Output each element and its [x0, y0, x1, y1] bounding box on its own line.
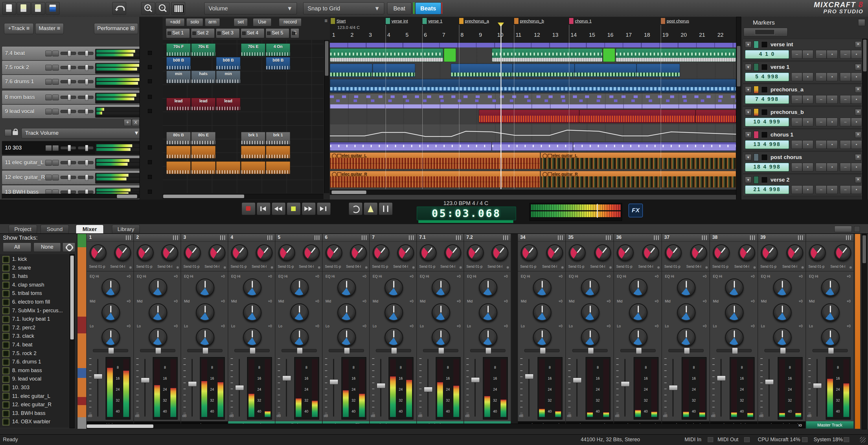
audio-clip[interactable] [579, 109, 695, 123]
volume-slider[interactable] [60, 66, 76, 69]
clip-cell[interactable] [241, 146, 265, 158]
set-button[interactable]: Set 4 [241, 28, 265, 38]
clip-cell[interactable]: b08 B [216, 57, 241, 70]
eq-icon[interactable] [503, 235, 508, 240]
performance-vscrollbar[interactable] [324, 40, 330, 193]
eq-eqhi-knob[interactable] [196, 279, 214, 297]
clip-cell[interactable] [266, 146, 290, 158]
perf-add-button[interactable]: +add [165, 18, 185, 26]
pan-handle[interactable] [684, 348, 690, 354]
eq-lo-knob[interactable] [533, 328, 552, 347]
track-row[interactable]: 12 elec guitar_R [2, 170, 140, 185]
fader-handle[interactable] [525, 374, 533, 379]
marker-option-button[interactable]: ▪ [851, 185, 862, 194]
eq-icon[interactable] [654, 235, 659, 240]
pan-slider[interactable] [329, 349, 364, 352]
fader-track[interactable] [769, 359, 770, 417]
open-project-button[interactable] [17, 2, 31, 15]
track-checkbox[interactable] [2, 264, 9, 272]
marker-option-button[interactable]: – [816, 50, 827, 59]
pan-slider[interactable] [78, 80, 93, 83]
track-indicator-square[interactable] [148, 160, 152, 164]
ruler-marker-flag[interactable]: post chorus [660, 18, 689, 25]
solo-button[interactable] [52, 65, 59, 70]
ruler-marker-flag[interactable]: verse 1 [422, 18, 442, 25]
zoom-out-button[interactable]: - [156, 2, 169, 15]
clip-cell[interactable]: lead [216, 98, 241, 110]
clip-matrix[interactable]: 70s F70s E70s E4 Onb08 Bb08 Bb08 Bminhat… [163, 40, 323, 193]
eq-eqhi-knob[interactable] [479, 279, 497, 297]
track-checkbox[interactable] [2, 401, 9, 409]
marker-delete-button[interactable]: ✕ [855, 132, 861, 138]
send-more-dot[interactable] [271, 266, 273, 268]
marker-row[interactable]: ▼verse int✕4 1 0–▪–▪–▪ [742, 39, 864, 61]
send1-knob[interactable] [231, 244, 248, 261]
mute-button[interactable] [45, 109, 52, 115]
fader-handle[interactable] [621, 381, 629, 387]
track-checkbox[interactable] [2, 384, 9, 391]
send1-knob[interactable] [617, 244, 633, 261]
track-row[interactable]: 7.4 beat [2, 46, 140, 60]
marker-option-button[interactable]: ▪ [802, 163, 813, 171]
eq-lo-knob[interactable] [677, 328, 695, 347]
volume-slider[interactable] [60, 80, 76, 83]
marker-row[interactable]: ▼verse 2✕21 4 998–▪–▪–▪ [742, 174, 864, 196]
fader-handle[interactable] [424, 387, 433, 392]
fader-track[interactable] [474, 359, 476, 417]
eq-icon[interactable] [456, 235, 461, 240]
pan-slider-handle[interactable] [85, 64, 88, 71]
stop-button[interactable] [287, 202, 301, 215]
clip-cell[interactable]: lead [191, 98, 216, 110]
volume-slider[interactable] [60, 96, 76, 99]
pan-slider-handle[interactable] [85, 94, 88, 101]
forward-button[interactable] [302, 202, 316, 215]
eq-mid-knob[interactable] [101, 303, 120, 322]
send1-knob[interactable] [420, 244, 437, 261]
show-tracks-item[interactable]: 7.6. drums 1 [2, 358, 41, 367]
track-indicator-square[interactable] [148, 190, 152, 194]
solo-button[interactable] [52, 51, 59, 56]
eq-lo-knob[interactable] [629, 328, 648, 347]
show-tracks-item[interactable]: 7. SubMix 1- percus... [2, 307, 63, 315]
eq-mid-knob[interactable] [533, 303, 552, 322]
marker-option-button[interactable]: – [816, 72, 827, 81]
pan-slider[interactable] [78, 110, 93, 113]
marker-checkbox[interactable] [761, 87, 768, 93]
track-indicator-square[interactable] [148, 79, 152, 83]
marker-option-button[interactable]: – [816, 118, 827, 126]
ruler-marker-flag[interactable]: verse int [385, 18, 408, 25]
eq-icon[interactable] [126, 235, 131, 240]
resize-grip-icon[interactable] [860, 437, 866, 443]
send-more-dot[interactable] [129, 266, 132, 268]
send2-knob[interactable] [834, 244, 851, 261]
track-checkbox[interactable] [2, 350, 9, 357]
eq-eqhi-knob[interactable] [629, 279, 648, 297]
mute-button[interactable] [45, 65, 52, 70]
marker-checkbox[interactable] [761, 177, 768, 183]
set-button[interactable]: Set 5 [266, 28, 289, 38]
pan-slider[interactable] [470, 349, 505, 352]
pan-slider[interactable] [281, 349, 317, 352]
eq-lo-knob[interactable] [149, 328, 167, 347]
set-button[interactable]: S [290, 28, 299, 38]
audio-clip[interactable] [573, 142, 736, 151]
show-tracks-item[interactable]: 4. clap smash [2, 281, 44, 290]
pan-slider[interactable] [78, 161, 93, 164]
fader-handle[interactable] [813, 383, 822, 388]
eq-icon[interactable] [362, 235, 367, 240]
eq-eqhi-knob[interactable] [821, 279, 840, 297]
track-row[interactable]: 8 mom bass [2, 90, 140, 104]
marker-option-button[interactable]: ▪ [802, 140, 813, 149]
clip-cell[interactable]: b08 B [166, 57, 191, 70]
marker-option-button[interactable]: – [816, 95, 827, 104]
pan-slider-handle[interactable] [85, 78, 88, 85]
fader-track[interactable] [720, 359, 722, 417]
marker-option-button[interactable]: ▪ [827, 72, 838, 81]
audio-clip[interactable] [637, 64, 680, 77]
marker-option-button[interactable]: – [840, 185, 851, 194]
marker-option-button[interactable]: – [840, 140, 851, 149]
snap-dropdown[interactable]: Snap to Grid▼ [303, 2, 384, 14]
automation-mini-button[interactable] [5, 129, 11, 136]
set-checkbox[interactable] [292, 32, 296, 35]
audio-clip[interactable] [513, 64, 575, 77]
